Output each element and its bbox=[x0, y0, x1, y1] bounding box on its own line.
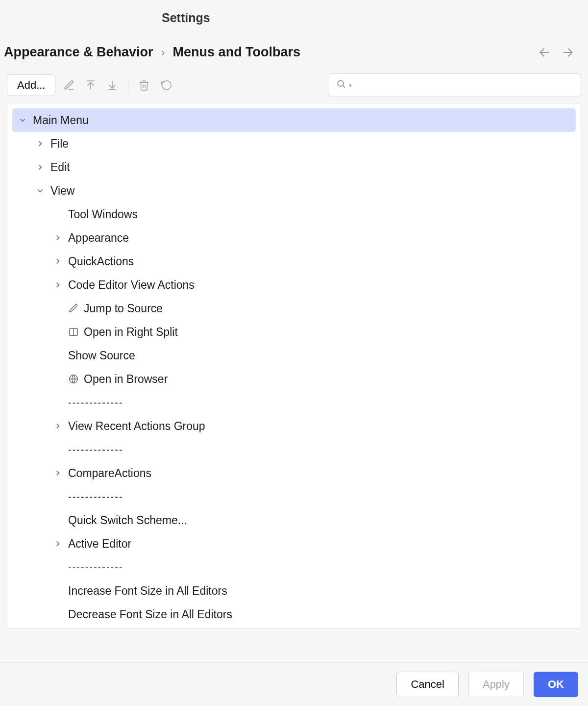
window-title: Settings bbox=[0, 11, 588, 25]
tree-item-quick-switch-scheme[interactable]: Quick Switch Scheme... bbox=[12, 508, 576, 532]
tree-item-compare-actions[interactable]: CompareActions bbox=[12, 461, 576, 485]
tree-label: Quick Switch Scheme... bbox=[68, 514, 187, 527]
tree-label: View Recent Actions Group bbox=[68, 420, 205, 433]
tree-item-tool-windows[interactable]: Tool Windows bbox=[12, 202, 576, 226]
dialog-footer: Cancel Apply OK bbox=[0, 662, 588, 706]
tree-label: Tool Windows bbox=[68, 208, 138, 221]
tree-item-jump-to-source[interactable]: Jump to Source bbox=[12, 297, 576, 320]
window-titlebar: Settings bbox=[0, 0, 588, 30]
tree-separator[interactable]: ------------- bbox=[12, 438, 576, 461]
move-down-icon[interactable] bbox=[106, 79, 118, 91]
tree-item-edit[interactable]: Edit bbox=[12, 155, 576, 179]
tree-label: Appearance bbox=[68, 231, 129, 245]
breadcrumb-current[interactable]: Menus and Toolbars bbox=[173, 45, 301, 60]
search-icon bbox=[336, 79, 346, 92]
reset-icon[interactable] bbox=[160, 79, 172, 91]
tree-label: View bbox=[50, 184, 74, 198]
tree-item-show-source[interactable]: Show Source bbox=[12, 344, 576, 367]
separator-label: ------------- bbox=[68, 397, 123, 408]
move-up-icon[interactable] bbox=[85, 79, 97, 91]
tree-separator[interactable]: ------------- bbox=[12, 555, 576, 579]
tree-label: File bbox=[50, 137, 69, 151]
tree-item-view[interactable]: View bbox=[12, 179, 576, 202]
tree-item-decrease-font-size[interactable]: Decrease Font Size in All Editors bbox=[12, 603, 576, 626]
tree-label: Open in Browser bbox=[84, 373, 168, 386]
chevron-right-icon[interactable] bbox=[52, 538, 63, 549]
chevron-down-icon[interactable] bbox=[17, 115, 28, 126]
separator-label: ------------- bbox=[68, 444, 123, 455]
tree-label: CompareActions bbox=[68, 467, 151, 480]
tree-label: Main Menu bbox=[33, 114, 89, 127]
globe-icon bbox=[68, 374, 79, 384]
delete-icon[interactable] bbox=[138, 79, 150, 91]
cancel-button[interactable]: Cancel bbox=[396, 672, 458, 697]
tree-item-view-recent-actions-group[interactable]: View Recent Actions Group bbox=[12, 414, 576, 438]
tree-label: Jump to Source bbox=[84, 302, 163, 315]
chevron-right-icon[interactable] bbox=[35, 138, 46, 149]
tree-separator[interactable]: ------------- bbox=[12, 391, 576, 414]
chevron-right-icon[interactable] bbox=[52, 256, 63, 267]
tree-label: Edit bbox=[50, 161, 70, 174]
tree-item-open-in-right-split[interactable]: Open in Right Split bbox=[12, 320, 576, 344]
separator-label: ------------- bbox=[68, 491, 123, 503]
toolbar-separator bbox=[128, 77, 128, 93]
edit-icon[interactable] bbox=[63, 79, 75, 91]
split-right-icon bbox=[68, 327, 79, 337]
tree-label: QuickActions bbox=[68, 255, 134, 268]
back-button[interactable] bbox=[538, 46, 551, 59]
tree-separator[interactable]: ------------- bbox=[12, 485, 576, 508]
tree-item-increase-font-size[interactable]: Increase Font Size in All Editors bbox=[12, 579, 576, 603]
pencil-icon bbox=[68, 303, 79, 314]
chevron-right-icon[interactable] bbox=[52, 421, 63, 431]
svg-line-7 bbox=[343, 86, 345, 88]
toolbar: Add... ▾ bbox=[0, 72, 588, 103]
tree-item-quick-actions[interactable]: QuickActions bbox=[12, 250, 576, 273]
chevron-right-icon[interactable] bbox=[52, 279, 63, 290]
tree-item-main-menu[interactable]: Main Menu bbox=[12, 108, 576, 132]
ok-button[interactable]: OK bbox=[534, 672, 578, 697]
forward-button[interactable] bbox=[562, 46, 574, 59]
add-button[interactable]: Add... bbox=[7, 75, 55, 96]
chevron-down-icon[interactable] bbox=[35, 185, 46, 196]
separator-label: ------------- bbox=[68, 562, 123, 573]
svg-point-6 bbox=[338, 80, 343, 86]
breadcrumb-row: Appearance & Behavior › Menus and Toolba… bbox=[0, 30, 588, 72]
breadcrumb: Appearance & Behavior › Menus and Toolba… bbox=[4, 45, 300, 60]
apply-button[interactable]: Apply bbox=[468, 672, 524, 697]
tree-panel: Main Menu File Edit View Tool Windows Ap… bbox=[7, 103, 581, 629]
tree-label: Decrease Font Size in All Editors bbox=[68, 608, 232, 621]
tree-label: Code Editor View Actions bbox=[68, 278, 195, 292]
tree-item-file[interactable]: File bbox=[12, 132, 576, 155]
tree-item-open-in-browser[interactable]: Open in Browser bbox=[12, 367, 576, 391]
tree-label: Active Editor bbox=[68, 537, 131, 551]
tree-label: Show Source bbox=[68, 349, 135, 362]
tree-item-active-editor[interactable]: Active Editor bbox=[12, 532, 576, 555]
breadcrumb-parent[interactable]: Appearance & Behavior bbox=[4, 45, 153, 60]
chevron-right-icon[interactable] bbox=[35, 162, 46, 173]
search-box[interactable]: ▾ bbox=[329, 74, 581, 97]
chevron-right-icon[interactable] bbox=[52, 468, 63, 479]
tree-item-code-editor-view-actions[interactable]: Code Editor View Actions bbox=[12, 273, 576, 297]
search-input[interactable] bbox=[355, 79, 574, 92]
search-dropdown-caret[interactable]: ▾ bbox=[349, 82, 352, 89]
tree-label: Open in Right Split bbox=[84, 326, 178, 339]
tree-label: Increase Font Size in All Editors bbox=[68, 584, 227, 598]
chevron-right-icon[interactable] bbox=[52, 232, 63, 243]
tree-item-appearance[interactable]: Appearance bbox=[12, 226, 576, 250]
chevron-right-icon: › bbox=[161, 46, 165, 59]
